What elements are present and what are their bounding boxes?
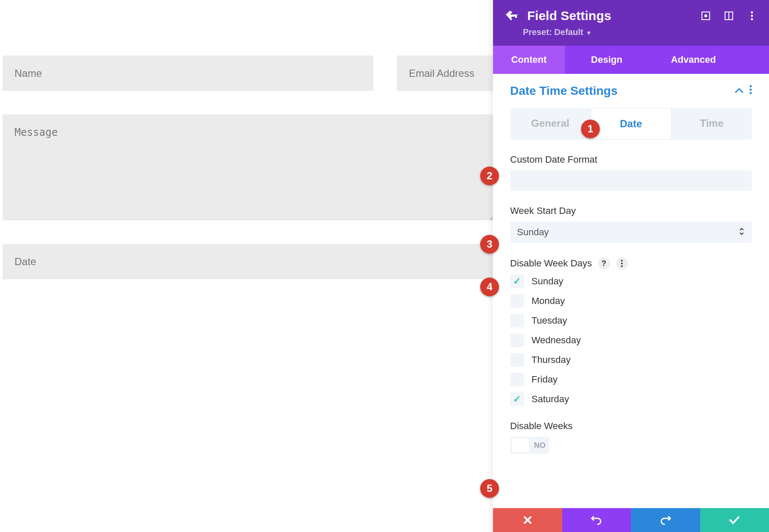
expand-icon[interactable] [701,11,711,21]
week-start-day-block: Week Start Day Sunday [510,205,752,243]
date-field[interactable] [3,244,493,279]
subtabs: General Date Time [510,108,752,140]
tab-design[interactable]: Design [565,46,649,74]
section-more-icon[interactable] [749,85,752,97]
week-start-day-value: Sunday [517,227,549,238]
day-label: Tuesday [531,315,567,326]
annotation-1: 1 [581,120,600,138]
preset-label: Preset: Default [523,27,583,37]
panel-shadow [487,0,493,532]
day-checkbox[interactable] [510,353,524,367]
custom-date-format-input[interactable] [510,170,752,191]
annotation-4: 4 [480,278,499,296]
disable-weeks-block: Disable Weeks NO [510,421,752,454]
subtab-date[interactable]: Date [590,108,672,140]
day-row: Sunday [510,275,752,288]
day-checkbox[interactable] [510,392,524,406]
day-label: Monday [531,295,565,307]
day-row: Wednesday [510,333,752,347]
day-checkbox[interactable] [510,275,524,288]
name-field[interactable] [3,56,373,91]
email-field[interactable] [397,56,493,91]
tab-bar: Content Design Advanced [493,46,769,74]
settings-panel: Field Settings Preset: Default▼ [493,0,769,532]
annotation-2: 2 [480,167,499,185]
day-row: Tuesday [510,314,752,327]
subtab-general[interactable]: General [510,108,590,140]
day-row: Monday [510,294,752,308]
form-preview [0,0,493,532]
svg-point-12 [621,266,623,267]
tab-content[interactable]: Content [493,46,565,74]
svg-rect-1 [704,15,707,17]
svg-point-9 [750,92,752,94]
field-more-icon[interactable] [616,257,628,269]
svg-point-4 [751,12,753,14]
day-label: Sunday [531,276,564,287]
section-title[interactable]: Date Time Settings [510,84,618,98]
svg-point-8 [750,89,752,91]
columns-icon[interactable] [724,11,734,21]
day-label: Wednesday [531,335,581,346]
custom-date-format-label: Custom Date Format [510,154,752,165]
chevron-up-icon[interactable] [735,87,743,95]
preset-selector[interactable]: Preset: Default▼ [493,26,769,46]
help-icon[interactable]: ? [598,257,610,269]
annotation-3: 3 [480,235,499,254]
panel-body: Date Time Settings General Date Time Cus… [493,74,769,508]
day-label: Thursday [531,354,571,365]
cancel-button[interactable] [493,508,562,532]
custom-date-format-block: Custom Date Format [510,154,752,191]
toggle-text: NO [534,441,546,450]
day-label: Saturday [531,394,569,405]
disable-week-days-label: Disable Week Days [510,258,592,269]
disable-weeks-toggle[interactable]: NO [510,437,549,454]
subtab-time[interactable]: Time [672,108,752,140]
tab-advanced[interactable]: Advanced [649,46,738,74]
more-icon[interactable] [747,11,757,21]
svg-point-7 [750,85,752,88]
day-label: Friday [531,374,558,385]
day-checkbox[interactable] [510,314,524,327]
week-start-day-label: Week Start Day [510,205,752,216]
select-caret-icon [739,227,744,237]
panel-header: Field Settings Preset: Default▼ [493,0,769,46]
svg-point-5 [751,15,753,17]
day-row: Friday [510,373,752,386]
toggle-knob [512,438,529,452]
disable-week-days-block: Disable Week Days ? SundayMondayTuesdayW… [510,257,752,406]
day-row: Saturday [510,392,752,406]
annotation-5: 5 [480,479,499,498]
undo-button[interactable] [562,508,631,532]
day-checkbox[interactable] [510,294,524,308]
message-field[interactable] [3,114,493,220]
section-head: Date Time Settings [510,84,752,98]
svg-point-11 [621,263,623,264]
panel-footer [493,508,769,532]
back-icon[interactable] [505,9,520,23]
svg-point-10 [621,260,623,262]
svg-point-6 [751,18,753,20]
day-checkbox[interactable] [510,333,524,347]
save-button[interactable] [700,508,769,532]
caret-down-icon: ▼ [586,29,592,36]
day-row: Thursday [510,353,752,367]
week-start-day-select[interactable]: Sunday [510,222,752,243]
panel-title: Field Settings [527,9,701,23]
day-checkbox[interactable] [510,373,524,386]
redo-button[interactable] [631,508,700,532]
disable-weeks-label: Disable Weeks [510,421,752,432]
